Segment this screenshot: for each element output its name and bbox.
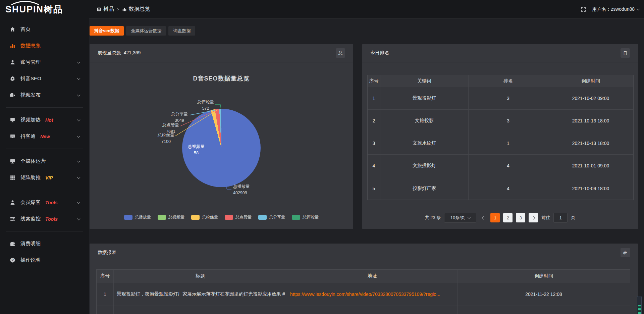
sidebar-item-home[interactable]: 首页 [0,21,89,38]
sidebar-item-label: 会员爆客 [20,199,41,206]
sliders-icon [10,216,15,222]
chevron-down-icon [77,134,80,138]
prev-page-button[interactable] [480,217,487,219]
report-panel: 数据报表 表 序号 标题 地址 创建时间 1 景观投影灯，夜游景观投影灯厂家展示… [90,244,638,314]
scrollbar-widget[interactable] [637,296,642,314]
shupin-mark-icon [97,7,101,12]
sidebar: 首页 数据总览 账号管理 抖音SEO 视频发布 [0,18,89,314]
chevron-down-icon [77,159,80,162]
overview-panel-header: 展现量总数: 421,369 总 [90,44,353,62]
goto-label: 前往 [541,215,550,221]
sidebar-item-label: 矩阵助推 [20,174,41,181]
fullscreen-icon[interactable] [581,7,586,12]
sidebar-item-data-overview[interactable]: 数据总览 [0,38,89,54]
legend-swatch [191,215,200,220]
page-button-1[interactable]: 1 [490,213,500,222]
sidebar-item-label: 数据总览 [20,43,41,49]
tools-badge: Tools [45,216,58,222]
app-logo: SHUPIN树品 [0,3,89,15]
chevron-down-icon [77,93,80,96]
legend-item-fans[interactable]: 总粉丝量 [191,214,218,220]
day-toggle-button[interactable]: 日 [621,48,630,58]
next-page-button[interactable] [529,213,538,222]
data-tabs: 抖音seo数据 全媒体运营数据 询盘数据 [90,26,195,36]
table-row [97,306,630,314]
video-title-cell: 景观投影灯，夜游景观投影灯厂家展示展示落花灯在花园里的灯光投影应用效果 # [114,282,287,306]
sidebar-item-label: 账号管理 [20,59,41,65]
screen-icon [10,117,15,123]
sidebar-item-lead-monitor[interactable]: 线索监控 Tools [0,211,89,227]
legend-item-likes[interactable]: 总点赞量 [225,214,252,220]
breadcrumb: 树品 > 数据总览 [89,6,150,13]
username-dropdown[interactable]: 用户名：zswodun88 [592,6,639,12]
user-icon [10,59,15,65]
main-content: 抖音seo数据 全媒体运营数据 询盘数据 展现量总数: 421,369 总 D音… [89,18,644,314]
ranking-panel-title: 今日排名 [370,50,389,56]
chevron-down-icon [77,118,80,121]
legend-item-comments[interactable]: 总评论量 [292,214,319,220]
legend-swatch [258,215,267,220]
chevron-down-icon [77,217,80,220]
total-toggle-button[interactable]: 总 [336,48,345,58]
logo-text: SHUPIN树品 [5,4,63,14]
table-toggle-button[interactable]: 表 [621,248,630,257]
logo-arc-icon [10,0,40,5]
breadcrumb-separator: > [117,7,119,12]
chevron-down-icon [77,76,80,80]
sidebar-item-media-operation[interactable]: 全媒体运营 [0,153,89,169]
chat-icon [10,134,15,139]
legend-swatch [225,215,233,220]
sidebar-item-account[interactable]: 账号管理 [0,54,89,70]
video-link[interactable]: https://www.iesdouyin.com/share/video/70… [290,292,440,297]
column-header: 关键词 [380,75,469,87]
pie-label-fans: 总粉丝量7100 [149,132,183,145]
legend-swatch [158,215,166,220]
sidebar-item-label: 全媒体运营 [20,158,46,164]
page-button-3[interactable]: 3 [516,213,525,222]
legend-swatch [124,215,132,220]
svg-text:?: ? [11,258,13,262]
sidebar-item-video-heat[interactable]: 视频加热 Hot [0,112,89,128]
column-header: 创建时间 [458,270,630,282]
report-panel-header: 数据报表 表 [90,244,638,262]
sidebar-item-matrix-boost[interactable]: 矩阵助推 VIP [0,169,89,186]
legend-item-plays[interactable]: 总播放量 [124,214,151,220]
breadcrumb-current[interactable]: 数据总览 [122,6,150,13]
chevron-down-icon [467,216,471,219]
sidebar-item-douyin-seo[interactable]: 抖音SEO [0,70,89,87]
video-camera-icon [10,92,15,98]
scroll-thumb [638,305,641,314]
sidebar-item-video-publish[interactable]: 视频发布 [0,87,89,103]
sidebar-item-help[interactable]: ? 操作说明 [0,252,89,268]
tab-inquiry-data[interactable]: 询盘数据 [168,26,195,36]
vip-badge: VIP [45,175,53,180]
monitor-icon [10,158,15,164]
chevron-down-icon [637,7,640,10]
menu-divider [6,149,83,149]
sidebar-item-label: 抖音SEO [20,75,41,82]
table-row: 4文旅投影灯42021-10-01 09:00 [368,155,633,177]
sidebar-item-expense-detail[interactable]: 消费明细 [0,235,89,252]
goto-page-input[interactable] [553,213,568,223]
legend-swatch [292,215,300,220]
tab-media-operation-data[interactable]: 全媒体运营数据 [126,26,166,36]
breadcrumb-current-label: 数据总览 [129,6,150,13]
sidebar-item-douketong[interactable]: 抖客通 New [0,128,89,145]
legend-item-shares[interactable]: 总分享量 [258,214,285,220]
breadcrumb-root[interactable]: 树品 [97,6,114,13]
page-button-2[interactable]: 2 [503,213,513,222]
tab-douyin-seo-data[interactable]: 抖音seo数据 [90,26,124,36]
sidebar-item-member-burst[interactable]: 会员爆客 Tools [0,194,89,211]
chart-title: D音SEO数据量总览 [90,74,353,83]
page-size-select[interactable]: 10条/页 [444,213,476,223]
breadcrumb-root-label: 树品 [103,6,114,13]
tools-badge: Tools [45,200,58,205]
impressions-total-label: 展现量总数: 421,369 [98,50,141,56]
column-header: 序号 [97,270,114,282]
sidebar-item-label: 线索监控 [20,216,41,222]
legend-item-videos[interactable]: 总视频量 [158,214,184,220]
column-header: 地址 [287,270,458,282]
table-row: 1 景观投影灯，夜游景观投影灯厂家展示展示落花灯在花园里的灯光投影应用效果 # … [97,282,630,306]
chevron-down-icon [77,200,80,204]
chevron-down-icon [77,175,80,179]
